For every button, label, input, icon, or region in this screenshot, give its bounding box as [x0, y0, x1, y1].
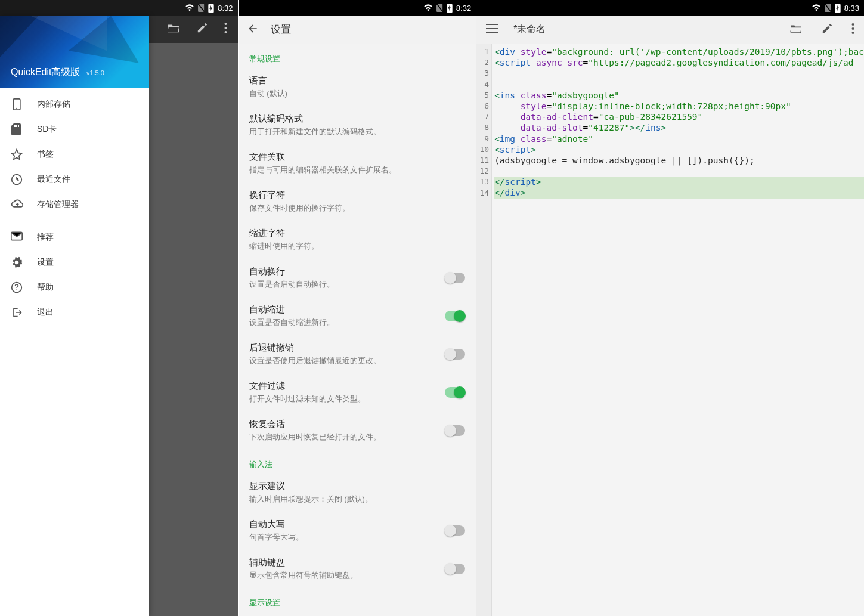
logout-icon	[11, 307, 23, 318]
setting-switch[interactable]	[445, 387, 465, 398]
gear-icon	[11, 256, 23, 268]
code-area[interactable]: <div style="background: url('/wp-content…	[492, 44, 864, 616]
line-number: 14	[476, 188, 489, 199]
wifi-icon	[185, 4, 194, 11]
code-line[interactable]	[494, 79, 864, 90]
line-number: 11	[476, 155, 489, 166]
setting-item[interactable]: 自动换行设置是否启动自动换行。	[239, 259, 476, 297]
setting-item[interactable]: 自动大写句首字母大写。	[239, 512, 476, 550]
code-line[interactable]: <img class="adnote"	[494, 134, 864, 144]
battery-charging-icon	[835, 4, 841, 13]
drawer-item-label: 推荐	[37, 232, 54, 243]
code-line[interactable]: style="display:inline-block;width:728px;…	[494, 101, 864, 112]
setting-subtitle: 显示包含常用符号的辅助键盘。	[249, 570, 438, 581]
app-version: v1.5.0	[86, 69, 104, 76]
code-line[interactable]: <div style="background: url('/wp-content…	[494, 47, 864, 57]
drawer-item[interactable]: 存储管理器	[0, 192, 149, 217]
line-number-gutter: 1234567891011121314	[476, 44, 492, 616]
setting-item[interactable]: 辅助键盘显示包含常用符号的辅助键盘。	[239, 550, 476, 588]
wifi-icon	[812, 4, 821, 11]
drawer-header: QuickEdit高级版 v1.5.0	[0, 16, 149, 88]
setting-item[interactable]: 恢复会话下次启动应用时恢复已经打开的文件。	[239, 411, 476, 450]
drawer-item[interactable]: SD卡	[0, 117, 149, 142]
svg-rect-8	[16, 125, 17, 127]
edit-icon[interactable]	[197, 23, 208, 36]
overflow-menu-icon[interactable]	[224, 23, 227, 36]
battery-charging-icon	[447, 4, 453, 13]
status-bar: 8:32	[239, 0, 476, 16]
status-bar: 8:32	[0, 0, 238, 16]
settings-list[interactable]: 常规设置语言自动 (默认)默认编码格式用于打开和新建文件的默认编码格式。文件关联…	[239, 44, 476, 616]
drawer-item[interactable]: 最近文件	[0, 167, 149, 192]
setting-title: 语言	[249, 75, 466, 86]
code-line[interactable]: </div>	[494, 187, 864, 198]
code-line[interactable]: <script async src="https://pagead2.googl…	[494, 57, 864, 68]
drawer-item-label: 存储管理器	[37, 199, 79, 210]
setting-switch[interactable]	[445, 525, 465, 536]
setting-title: 自动换行	[249, 266, 438, 277]
svg-point-6	[16, 108, 17, 109]
setting-subtitle: 打开文件时过滤未知的文件类型。	[249, 394, 438, 404]
line-number: 7	[476, 112, 489, 122]
setting-switch[interactable]	[445, 349, 465, 360]
code-line[interactable]: </script>	[494, 177, 864, 187]
setting-title: 文件过滤	[249, 380, 438, 392]
code-line[interactable]	[494, 166, 864, 177]
no-sim-icon	[436, 4, 443, 12]
drawer-item[interactable]: 帮助	[0, 275, 149, 300]
setting-switch[interactable]	[445, 425, 465, 436]
setting-subtitle: 设置是否使用后退键撤销最近的更改。	[249, 355, 438, 366]
svg-point-13	[16, 289, 17, 290]
setting-item[interactable]: 显示建议输入时启用联想提示：关闭 (默认)。	[239, 473, 476, 512]
folder-open-icon[interactable]	[167, 23, 180, 36]
edit-icon[interactable]	[818, 20, 836, 40]
editor-screen: 8:33 *未命名 1234567891011121314 <div style…	[476, 0, 864, 616]
drawer-item[interactable]: 设置	[0, 250, 149, 275]
hamburger-menu-icon[interactable]	[482, 20, 501, 39]
setting-item[interactable]: 默认编码格式用于打开和新建文件的默认编码格式。	[239, 106, 476, 144]
drawer-item[interactable]: 内部存储	[0, 92, 149, 117]
code-line[interactable]: <ins class="adsbygoogle"	[494, 90, 864, 101]
setting-item[interactable]: 换行字符保存文件时使用的换行字符。	[239, 182, 476, 221]
svg-rect-7	[14, 125, 16, 127]
setting-switch[interactable]	[445, 273, 465, 283]
code-line[interactable]	[494, 68, 864, 79]
line-number: 9	[476, 134, 489, 144]
settings-title: 设置	[271, 23, 291, 36]
code-line[interactable]: <script>	[494, 144, 864, 155]
drawer-item-label: 退出	[37, 307, 54, 318]
drawer-item[interactable]: 书签	[0, 142, 149, 167]
setting-item[interactable]: 后退键撤销设置是否使用后退键撤销最近的更改。	[239, 335, 476, 373]
setting-item[interactable]: 行号设置是否显示行号。	[239, 612, 476, 616]
setting-title: 后退键撤销	[249, 342, 438, 354]
folder-open-icon[interactable]	[786, 20, 806, 40]
cloud-icon	[11, 199, 23, 211]
code-line[interactable]: (adsbygoogle = window.adsbygoogle || [])…	[494, 155, 864, 166]
setting-item[interactable]: 缩进字符缩进时使用的字符。	[239, 221, 476, 259]
setting-title: 恢复会话	[249, 419, 438, 430]
line-number: 8	[476, 122, 489, 133]
setting-title: 默认编码格式	[249, 113, 466, 125]
setting-switch[interactable]	[445, 311, 465, 321]
code-editor[interactable]: 1234567891011121314 <div style="backgrou…	[476, 44, 864, 616]
line-number: 5	[476, 90, 489, 101]
drawer-item-label: 设置	[37, 257, 54, 268]
star-icon	[11, 148, 23, 160]
setting-item[interactable]: 自动缩进设置是否自动缩进新行。	[239, 297, 476, 335]
line-number: 13	[476, 177, 489, 187]
setting-item[interactable]: 语言自动 (默认)	[239, 68, 476, 106]
setting-title: 文件关联	[249, 151, 466, 163]
drawer-item[interactable]: 退出	[0, 300, 149, 325]
drawer-item-label: 书签	[37, 149, 54, 160]
svg-point-19	[851, 27, 854, 30]
back-arrow-icon[interactable]	[247, 23, 259, 37]
drawer-item[interactable]: 推荐	[0, 225, 149, 250]
overflow-menu-icon[interactable]	[848, 20, 858, 40]
setting-item[interactable]: 文件过滤打开文件时过滤未知的文件类型。	[239, 373, 476, 411]
setting-title: 显示建议	[249, 481, 466, 492]
code-line[interactable]: data-ad-client="ca-pub-28342621559"	[494, 112, 864, 122]
setting-item[interactable]: 文件关联指定与可用的编辑器相关联的文件扩展名。	[239, 144, 476, 182]
settings-section-header: 显示设置	[239, 588, 476, 612]
code-line[interactable]: data-ad-slot="412287"></ins>	[494, 122, 864, 133]
setting-switch[interactable]	[445, 564, 465, 574]
